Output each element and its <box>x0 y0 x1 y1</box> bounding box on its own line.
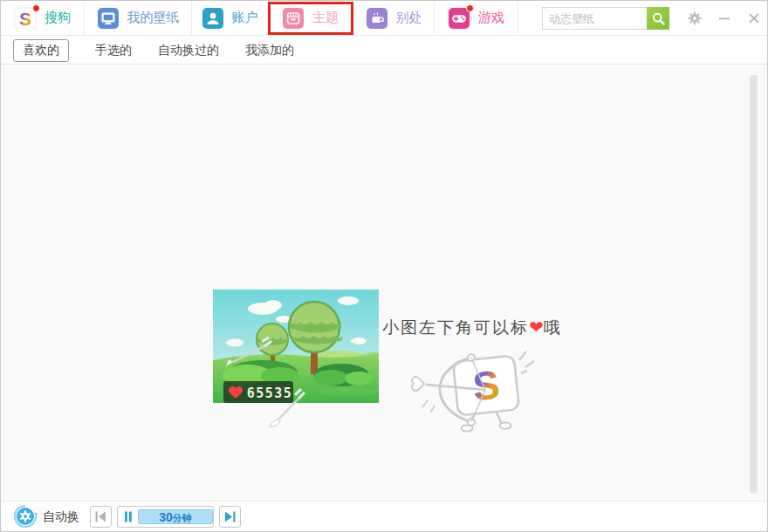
empty-state-thumbnail-illustration: 65535 <box>209 289 383 439</box>
close-icon <box>748 12 760 24</box>
previous-icon <box>94 510 107 523</box>
minimize-button[interactable] <box>710 1 739 36</box>
tab-account[interactable]: 账户 <box>192 1 268 35</box>
tab-label: 账户 <box>232 10 258 26</box>
search-bar <box>542 7 669 30</box>
hint-suffix: 哦 <box>544 318 562 337</box>
svg-text:S: S <box>19 8 31 28</box>
pause-icon <box>124 511 133 522</box>
search-input[interactable] <box>542 7 647 30</box>
filter-tabs: 喜欢的 手选的 自动换过的 我添加的 <box>1 37 768 65</box>
auto-change-settings-button[interactable] <box>13 504 38 529</box>
close-button[interactable] <box>739 1 768 36</box>
window-controls <box>680 1 768 36</box>
playback-bar: 自动换 30 分钟 <box>1 501 768 532</box>
scrollbar-thumb[interactable] <box>750 75 758 494</box>
settings-button[interactable] <box>680 1 710 36</box>
person-icon <box>202 7 224 30</box>
minimize-icon <box>718 12 730 24</box>
tab-label: 我的壁纸 <box>127 10 180 26</box>
cupid-mascot-illustration: S <box>398 346 538 437</box>
gamepad-icon <box>448 7 470 30</box>
interval-progress-bar: 30 分钟 <box>138 509 213 524</box>
tab-label: 游戏 <box>478 10 504 26</box>
top-navigation-bar: S 搜狗 我的壁纸 <box>1 1 768 36</box>
heart-icon: ❤ <box>529 317 544 337</box>
notification-dot <box>466 4 474 12</box>
tab-games[interactable]: 游戏 <box>435 1 518 35</box>
search-icon <box>651 11 666 26</box>
coffee-cup-icon <box>366 7 388 30</box>
subtab-hand-picked[interactable]: 手选的 <box>95 43 132 58</box>
sogou-logo-icon: S <box>14 7 37 30</box>
theme-face-icon <box>282 7 305 30</box>
tab-theme[interactable]: 主题 <box>268 1 353 35</box>
tab-sogou[interactable]: S 搜狗 <box>1 1 85 35</box>
app-window: S 搜狗 我的壁纸 <box>0 0 768 532</box>
hint-prefix: 小图左下角可以标 <box>382 318 529 337</box>
subtab-auto-changed[interactable]: 自动换过的 <box>158 43 219 58</box>
svg-text:S: S <box>470 362 502 410</box>
search-button[interactable] <box>647 7 669 30</box>
notification-dot <box>32 4 40 12</box>
empty-state-hint-text: 小图左下角可以标❤哦 <box>382 317 562 339</box>
tab-label: 别处 <box>396 10 422 26</box>
tab-label: 搜狗 <box>45 10 71 26</box>
gear-icon <box>688 11 702 25</box>
tab-my-wallpapers[interactable]: 我的壁纸 <box>85 1 192 35</box>
next-wallpaper-button[interactable] <box>219 506 241 528</box>
previous-wallpaper-button[interactable] <box>90 506 112 528</box>
badge-like-count: 65535 <box>247 385 293 401</box>
next-icon <box>223 510 237 523</box>
tab-label: 主题 <box>312 10 339 26</box>
interval-unit: 分钟 <box>173 512 192 525</box>
tab-elsewhere[interactable]: 别处 <box>353 1 435 35</box>
auto-change-label: 自动换 <box>43 509 79 525</box>
subtab-added-by-me[interactable]: 我添加的 <box>245 43 294 58</box>
content-area: 65535 小图左下角可以标❤哦 <box>1 65 768 501</box>
monitor-icon <box>97 7 120 30</box>
interval-progress-control[interactable]: 30 分钟 <box>117 506 214 528</box>
subtab-liked[interactable]: 喜欢的 <box>13 39 69 62</box>
interval-value: 30 <box>159 510 173 524</box>
